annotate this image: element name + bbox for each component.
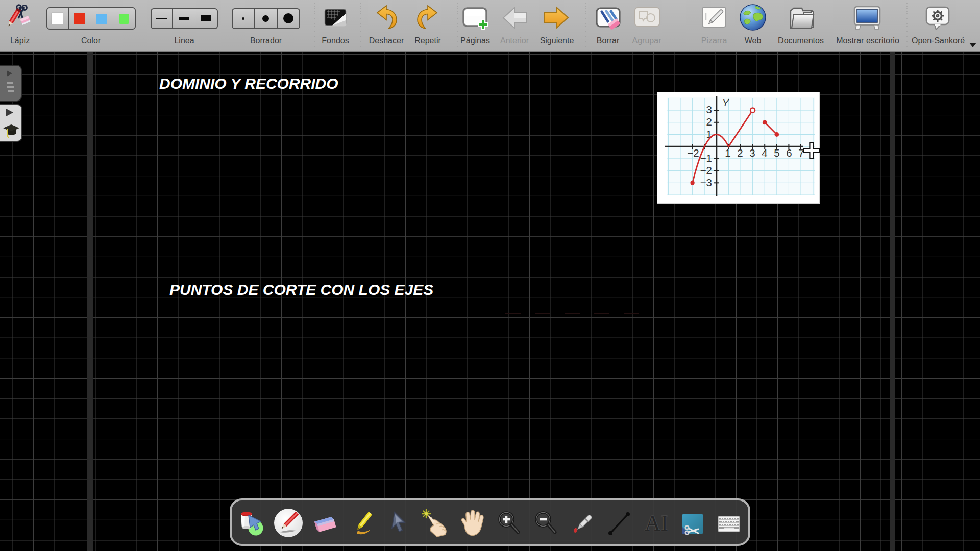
svg-text:3: 3 bbox=[706, 104, 712, 115]
svg-text:Y: Y bbox=[722, 97, 729, 108]
svg-text:−3: −3 bbox=[700, 177, 712, 188]
svg-text:2: 2 bbox=[706, 116, 712, 128]
svg-text:−2: −2 bbox=[700, 164, 712, 176]
svg-text:3: 3 bbox=[749, 147, 755, 159]
svg-text:4: 4 bbox=[762, 147, 767, 159]
svg-text:−2: −2 bbox=[687, 147, 699, 159]
svg-text:5: 5 bbox=[774, 147, 779, 159]
svg-text:2: 2 bbox=[737, 147, 743, 159]
svg-text:6: 6 bbox=[786, 147, 792, 159]
svg-text:1: 1 bbox=[725, 147, 730, 159]
